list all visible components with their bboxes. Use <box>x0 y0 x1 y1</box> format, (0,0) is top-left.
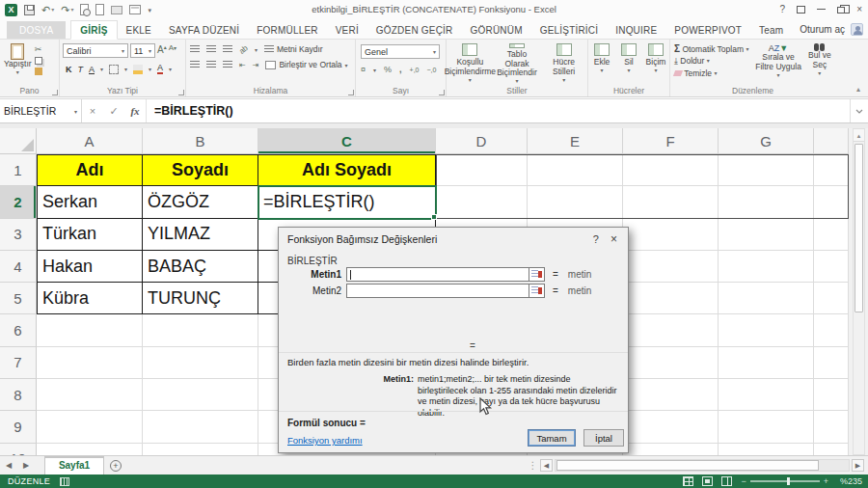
styles-button-ko-ullu-bi-imlendirme[interactable]: Koşullu Biçimlendirme▾ <box>448 43 492 85</box>
cell-F7[interactable] <box>623 347 719 379</box>
autosum-button[interactable]: Σ Otomatik Toplam ▾ <box>674 43 750 54</box>
cell-D1[interactable] <box>436 154 528 186</box>
cell-H10[interactable] <box>814 444 849 455</box>
cell-H7[interactable] <box>814 347 849 379</box>
bold-button[interactable]: K <box>66 65 72 74</box>
cell-G10[interactable] <box>719 444 814 455</box>
comma-style-icon[interactable]: , <box>399 65 402 74</box>
cell-B4[interactable]: BABAÇ <box>143 251 258 283</box>
cell-A2[interactable]: Serkan <box>37 186 143 218</box>
percent-style-icon[interactable]: % <box>384 65 392 74</box>
increase-decimal-icon[interactable]: +,0 <box>410 67 420 73</box>
select-all-corner[interactable] <box>0 128 37 154</box>
sign-in[interactable]: Oturum aç <box>800 23 868 39</box>
row-header-10[interactable]: 10 <box>0 444 37 455</box>
cell-A3[interactable]: Türkan <box>37 219 143 251</box>
horizontal-scroll-track[interactable] <box>555 459 850 472</box>
tab-powerpivot[interactable]: POWERPIVOT <box>665 21 750 39</box>
sort-filter-button[interactable]: AZ▼ Sırala ve Filtre Uygula▾ <box>754 43 801 85</box>
ribbon-options-icon[interactable] <box>797 6 805 14</box>
row-header-6[interactable]: 6 <box>0 314 37 346</box>
cells-button-ekle[interactable]: Ekle▾ <box>589 43 614 85</box>
cell-A4[interactable]: Hakan <box>37 251 143 283</box>
new-file-icon[interactable] <box>95 4 104 15</box>
range-picker-icon[interactable] <box>529 267 545 282</box>
row-header-3[interactable]: 3 <box>0 219 37 251</box>
cell-G6[interactable] <box>719 314 814 346</box>
zoom-out-icon[interactable]: − <box>741 476 746 486</box>
number-format-select[interactable]: Genel▾ <box>361 44 440 59</box>
collapse-ribbon-icon[interactable]: ▴ <box>856 85 860 94</box>
cell-G1[interactable] <box>719 154 814 186</box>
paste-button[interactable]: Yapıştır▾ <box>4 41 32 85</box>
decrease-font-icon[interactable]: A▾ <box>169 43 176 58</box>
sheet-tab-sayfa1[interactable]: Sayfa1 <box>44 456 104 474</box>
scroll-right-icon[interactable]: ▶ <box>852 459 864 472</box>
cell-F8[interactable] <box>623 379 719 411</box>
cell-B2[interactable]: ÖZGÖZ <box>143 186 258 218</box>
styles-button-tablo-olarak-bi-imlendir[interactable]: Tablo Olarak Biçimlendir▾ <box>495 43 539 85</box>
cell-C1[interactable]: Adı Soyadı <box>258 154 436 186</box>
tab-inquire[interactable]: INQUIRE <box>607 21 665 39</box>
fill-color-icon[interactable] <box>133 65 143 74</box>
touch-mode-icon[interactable] <box>129 5 141 14</box>
open-folder-icon[interactable] <box>111 6 122 14</box>
align-center-icon[interactable] <box>206 61 216 68</box>
tab-team[interactable]: Team <box>750 21 792 39</box>
column-header-D[interactable]: D <box>436 128 528 154</box>
cell-G8[interactable] <box>719 379 814 411</box>
cell-A8[interactable] <box>37 379 143 411</box>
name-box[interactable]: BİRLEŞTİR▾ <box>0 99 82 122</box>
cell-G2[interactable] <box>719 186 814 218</box>
cell-F2[interactable] <box>623 186 719 218</box>
cell-D2[interactable] <box>436 186 528 218</box>
field-input-metin1[interactable] <box>346 267 529 282</box>
cell-C2[interactable]: =BİRLEŞTİR() <box>258 186 436 218</box>
font-size-select[interactable]: 11▾ <box>130 43 155 58</box>
orientation-icon[interactable]: ab <box>237 43 250 56</box>
decrease-indent-icon[interactable]: ⇤ <box>239 61 246 69</box>
cell-H2[interactable] <box>814 186 849 218</box>
tab-geli-ti-ri-ci[interactable]: GELİŞTİRİCİ <box>531 21 608 39</box>
styles-button-h-cre-stilleri[interactable]: Hücre Stilleri▾ <box>542 43 586 85</box>
format-painter-icon[interactable] <box>35 68 42 75</box>
merge-center-button[interactable]: Birleştir ve Ortala▾ <box>265 60 347 69</box>
align-left-icon[interactable] <box>190 61 200 68</box>
tab-veri[interactable]: VERİ <box>327 21 367 39</box>
cell-F5[interactable] <box>623 283 719 314</box>
cell-A7[interactable] <box>37 347 143 379</box>
cell-B6[interactable] <box>143 314 258 346</box>
column-header-G[interactable]: G <box>719 128 814 154</box>
align-top-icon[interactable] <box>190 45 200 53</box>
restore-icon[interactable] <box>837 7 845 14</box>
zoom-thumb[interactable] <box>787 477 790 485</box>
normal-view-icon[interactable] <box>683 476 693 486</box>
cell-F4[interactable] <box>623 251 719 283</box>
font-color-icon[interactable]: A <box>157 64 163 74</box>
find-select-button[interactable]: Bul ve Seç▾ <box>806 43 833 85</box>
copy-icon[interactable] <box>35 57 42 65</box>
dialog-help-button[interactable]: ? <box>583 233 609 245</box>
underline-button[interactable]: A <box>89 65 95 74</box>
fill-button[interactable]: ⤓ Doldur ▾ <box>674 56 750 67</box>
vertical-scrollbar[interactable]: ▴ <box>853 128 865 455</box>
formula-input[interactable]: =BİRLEŞTİR() <box>147 99 850 122</box>
pano-dialog-launcher[interactable] <box>52 90 58 95</box>
cell-B5[interactable]: TURUNÇ <box>143 283 258 314</box>
function-help-link[interactable]: Fonksiyon yardımı <box>287 435 363 446</box>
decrease-decimal-icon[interactable]: −,0 <box>427 67 437 73</box>
scroll-up-icon[interactable]: ▴ <box>854 129 864 142</box>
cancel-entry-icon[interactable]: × <box>82 105 103 117</box>
cell-H1[interactable] <box>814 154 849 186</box>
zoom-slider[interactable]: − + <box>741 476 828 486</box>
zoom-percentage[interactable]: %235 <box>837 476 862 486</box>
cell-F10[interactable] <box>623 444 719 455</box>
macro-record-icon[interactable] <box>60 477 69 486</box>
zoom-track[interactable] <box>750 480 820 482</box>
cancel-button[interactable]: İptal <box>583 429 624 447</box>
ok-button[interactable]: Tamam <box>528 429 576 447</box>
cut-icon[interactable]: ✂ <box>35 44 42 54</box>
cell-G4[interactable] <box>719 251 814 283</box>
horizontal-scroll-thumb[interactable] <box>556 460 819 471</box>
cell-G5[interactable] <box>719 283 814 314</box>
